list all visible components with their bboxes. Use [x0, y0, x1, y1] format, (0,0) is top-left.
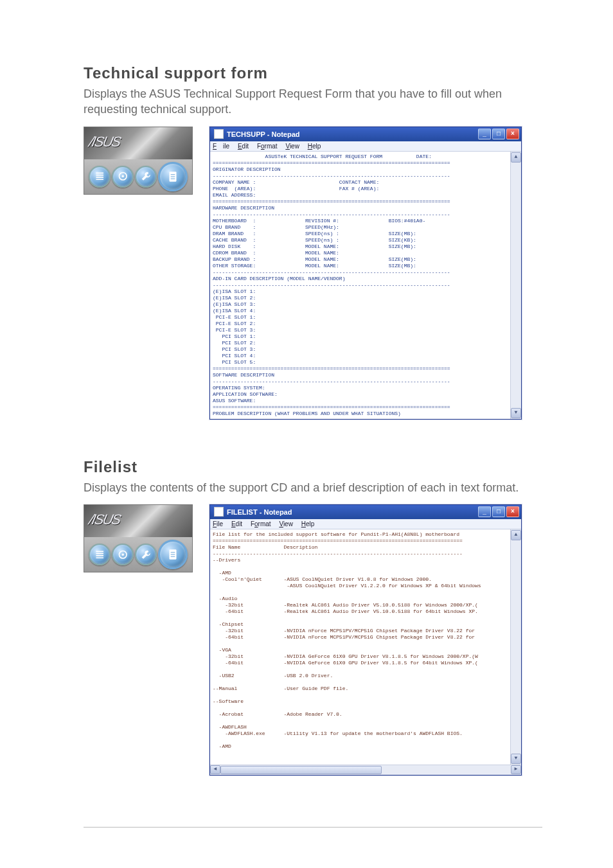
vertical-scrollbar[interactable]: ▲ ▼ [510, 529, 521, 765]
menu-format[interactable]: Format [251, 520, 271, 527]
splash-toolbar [84, 537, 192, 572]
footer-divider [84, 827, 542, 828]
scroll-down-icon[interactable]: ▼ [511, 408, 521, 418]
filelist-notepad-window: FILELIST - Notepad _ □ × File Edit Forma… [209, 504, 522, 775]
notepad-app-icon [214, 129, 224, 139]
section2-desc: Displays the contents of the support CD … [84, 480, 542, 495]
minimize-button[interactable]: _ [478, 128, 491, 139]
scroll-up-icon[interactable]: ▲ [511, 530, 521, 540]
notepad-text-area[interactable]: File list for the included support softw… [210, 529, 510, 765]
scroll-up-icon[interactable]: ▲ [511, 152, 521, 163]
svg-point-1 [121, 175, 123, 177]
tool-icon[interactable] [135, 166, 157, 188]
scroll-down-icon[interactable]: ▼ [511, 754, 521, 764]
scroll-thumb[interactable] [220, 766, 382, 774]
window-title: FILELIST - Notepad [227, 508, 292, 516]
close-button[interactable]: × [506, 128, 519, 139]
menu-edit[interactable]: Edit [238, 143, 249, 150]
menubar: File Edit Format View Help [210, 141, 521, 152]
scroll-left-icon[interactable]: ◄ [210, 765, 220, 774]
menu-view[interactable]: View [285, 143, 299, 150]
splash-toolbar [84, 159, 192, 194]
section1-title: Technical support form [84, 64, 542, 82]
maximize-button[interactable]: □ [492, 128, 505, 139]
list-icon[interactable] [89, 544, 111, 565]
splash-card: /ISUS [84, 127, 193, 195]
notepad-text-area[interactable]: ASUSTeK TECHNICAL SUPPORT REQUEST FORM D… [210, 152, 510, 419]
asus-logo: /ISUS [87, 134, 121, 150]
section2-title: Filelist [84, 458, 542, 476]
svg-point-4 [121, 553, 123, 555]
minimize-button[interactable]: _ [478, 506, 491, 517]
close-button[interactable]: × [506, 506, 519, 517]
window-title: TECHSUPP - Notepad [227, 130, 299, 138]
menu-file[interactable]: File [213, 520, 223, 527]
scroll-right-icon[interactable]: ► [511, 765, 521, 774]
maximize-button[interactable]: □ [492, 506, 505, 517]
horizontal-scrollbar[interactable]: ◄ ► [210, 765, 521, 775]
notepad-app-icon [214, 507, 224, 517]
asus-logo: /ISUS [87, 511, 121, 528]
window-titlebar[interactable]: FILELIST - Notepad _ □ × [210, 505, 521, 519]
section1-desc: Displays the ASUS Technical Support Requ… [84, 86, 542, 118]
menu-edit[interactable]: Edit [231, 520, 242, 527]
menu-help[interactable]: Help [301, 520, 315, 527]
menu-format[interactable]: Format [257, 143, 278, 150]
splash-banner: /ISUS [84, 505, 192, 537]
disc-icon[interactable] [112, 544, 134, 565]
window-titlebar[interactable]: TECHSUPP - Notepad _ □ × [210, 127, 521, 141]
menu-file[interactable]: File [213, 143, 229, 150]
doc-icon[interactable] [158, 162, 188, 191]
menu-view[interactable]: View [279, 520, 293, 527]
vertical-scrollbar[interactable]: ▲ ▼ [510, 152, 521, 419]
doc-icon[interactable] [158, 540, 188, 569]
splash-banner: /ISUS [84, 127, 192, 159]
menu-help[interactable]: Help [308, 143, 321, 150]
disc-icon[interactable] [112, 166, 134, 188]
techsupp-notepad-window: TECHSUPP - Notepad _ □ × File Edit Forma… [209, 127, 522, 420]
splash-card: /ISUS [84, 504, 193, 572]
list-icon[interactable] [89, 166, 111, 188]
menubar: File Edit Format View Help [210, 519, 521, 529]
tool-icon[interactable] [135, 544, 157, 565]
